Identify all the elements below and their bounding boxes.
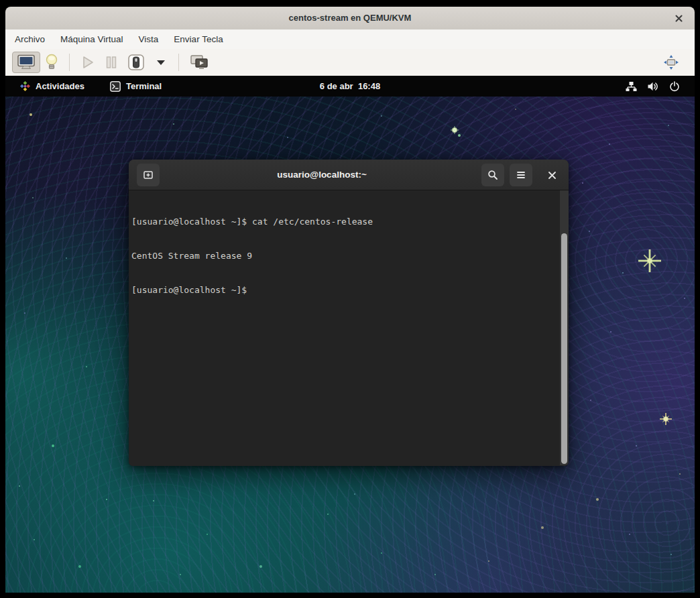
dual-monitor-play-icon (190, 54, 209, 70)
terminal-app-icon (110, 81, 121, 92)
terminal-headerbar[interactable]: usuario@localhost:~ (129, 160, 569, 190)
menu-archivo[interactable]: Archivo (13, 34, 46, 44)
terminal-content[interactable]: [usuario@localhost ~]$ cat /etc/centos-r… (129, 190, 569, 466)
volume-icon (647, 81, 659, 92)
monitor-icon (17, 54, 36, 70)
terminal-scrollbar[interactable] (560, 190, 569, 465)
close-icon (675, 15, 683, 22)
activities-button[interactable]: Actividades (20, 81, 84, 91)
activities-icon (20, 81, 30, 91)
console-button[interactable] (12, 52, 40, 73)
toolbar (5, 49, 695, 76)
menu-button[interactable] (510, 164, 532, 186)
close-icon (548, 171, 557, 180)
star-sparkle-tiny (451, 126, 459, 134)
vm-window-titlebar: centos-stream en QEMU/KVM (5, 7, 695, 30)
new-tab-icon (143, 170, 154, 180)
star-sparkle-small (660, 413, 672, 425)
clock[interactable]: 6 de abr 16:48 (5, 81, 695, 91)
network-wired-icon (626, 81, 637, 92)
caret-down-icon (157, 60, 165, 65)
wallpaper-stars (5, 97, 7, 98)
menu-enviar-tecla[interactable]: Enviar Tecla (172, 34, 224, 44)
system-status-area[interactable] (626, 76, 680, 97)
lightbulb-icon (45, 54, 58, 71)
power-icon (669, 81, 680, 92)
menu-maquina-virtual[interactable]: Máquina Virtual (59, 34, 125, 44)
shutdown-menu-button[interactable] (150, 52, 172, 73)
play-icon (80, 55, 95, 70)
search-icon (487, 170, 498, 180)
terminal-line: [usuario@localhost ~]$ cat /etc/centos-r… (131, 216, 569, 227)
vm-display: Actividades Terminal 6 de abr 16:48 (5, 76, 695, 593)
new-tab-button[interactable] (137, 164, 160, 186)
menu-vista[interactable]: Vista (137, 34, 160, 44)
terminal-window: usuario@localhost:~ (129, 160, 569, 466)
activities-label: Actividades (36, 81, 84, 91)
toolbar-separator (69, 54, 70, 71)
virtual-displays-button[interactable] (185, 52, 213, 73)
vm-window-title: centos-stream en QEMU/KVM (5, 7, 695, 29)
pause-button[interactable] (100, 52, 123, 73)
hamburger-icon (516, 170, 526, 180)
menubar: Archivo Máquina Virtual Vista Enviar Tec… (5, 29, 695, 49)
hardware-details-button[interactable] (40, 52, 63, 73)
gnome-top-bar: Actividades Terminal 6 de abr 16:48 (5, 76, 695, 97)
fullscreen-button[interactable] (657, 52, 685, 73)
star-sparkle-large (638, 249, 661, 272)
pause-icon (105, 55, 118, 70)
toolbar-separator (178, 54, 179, 71)
terminal-line: [usuario@localhost ~]$ (131, 284, 569, 296)
terminal-line: CentOS Stream release 9 (131, 250, 569, 261)
desktop-wallpaper: usuario@localhost:~ (5, 97, 695, 593)
fullscreen-arrows-icon (662, 54, 681, 71)
search-button[interactable] (481, 164, 504, 186)
run-button[interactable] (76, 52, 100, 73)
app-label: Terminal (126, 81, 162, 91)
window-close-button[interactable] (668, 9, 689, 27)
terminal-close-button[interactable] (540, 164, 563, 186)
focused-app-button[interactable]: Terminal (110, 81, 162, 92)
shutdown-button[interactable] (123, 52, 150, 73)
power-switch-icon (127, 54, 145, 71)
terminal-title: usuario@localhost:~ (169, 160, 475, 190)
scrollbar-thumb[interactable] (561, 233, 567, 464)
